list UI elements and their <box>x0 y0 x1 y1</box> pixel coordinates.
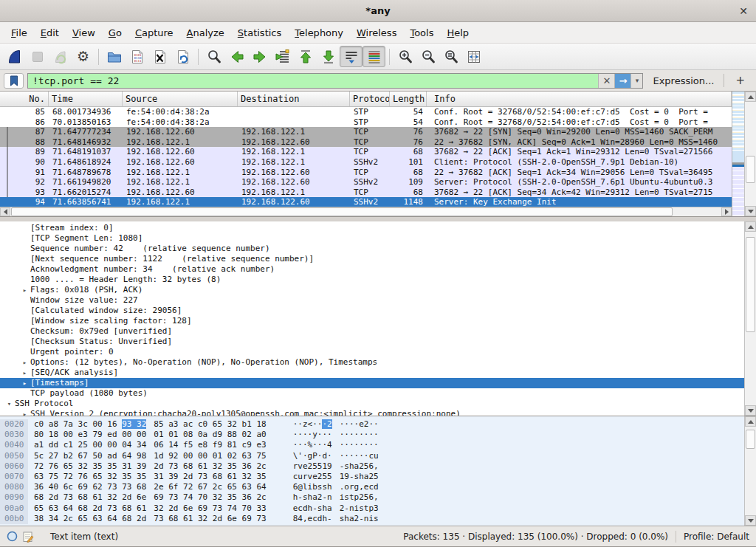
packet-row-92[interactable]: 9271.661949820192.168.122.1192.168.122.6… <box>0 177 732 188</box>
profile-button[interactable]: Profile: Default <box>684 531 749 542</box>
zoom-out-button[interactable] <box>416 46 439 67</box>
column-header-info[interactable]: Info <box>427 92 732 106</box>
menu-analyze[interactable]: Analyze <box>180 24 231 42</box>
packet-list-hscrollbar[interactable] <box>0 207 732 216</box>
go-first-button[interactable] <box>294 46 317 67</box>
hex-row-0020[interactable]: 0020c0 a8 7a 3c 00 16 93 3285 a3 ac c0 6… <box>0 419 744 430</box>
column-header-no[interactable]: No. <box>0 92 49 106</box>
stop-capture-button[interactable] <box>26 46 49 67</box>
menu-capture[interactable]: Capture <box>128 24 180 42</box>
collapse-arrow-icon[interactable]: ▾ <box>4 399 15 409</box>
detail-row-seq-ack[interactable]: ▸[SEQ/ACK analysis] <box>0 368 744 378</box>
expression-button[interactable]: Expression... <box>647 75 720 86</box>
go-forward-button[interactable] <box>248 46 271 67</box>
packet-row-93[interactable]: 9371.662015274192.168.122.60192.168.122.… <box>0 188 732 198</box>
packet-row-86[interactable]: 8670.013850163fe:54:00:d4:38:2aSTP54Conf… <box>0 117 732 128</box>
column-header-source[interactable]: Source <box>123 92 238 106</box>
packet-row-91[interactable]: 9171.648789678192.168.122.1192.168.122.6… <box>0 168 732 178</box>
hex-vscrollbar[interactable] <box>744 416 756 526</box>
expand-arrow-icon[interactable]: ▸ <box>19 409 30 416</box>
scroll-left-button[interactable] <box>0 207 10 216</box>
colorize-button[interactable] <box>362 46 385 67</box>
packet-list-minimap[interactable] <box>732 92 744 216</box>
detail-row[interactable]: [Stream index: 0] <box>0 223 744 233</box>
expand-arrow-icon[interactable]: ▸ <box>19 368 30 378</box>
detail-row[interactable]: Checksum: 0x79ed [unverified] <box>0 326 744 337</box>
scroll-up-button[interactable] <box>745 92 756 102</box>
detail-row-ssh-protocol[interactable]: ▾SSH Protocol <box>0 399 744 409</box>
detail-row[interactable]: TCP payload (1080 bytes) <box>0 388 744 399</box>
detail-row-flags[interactable]: ▸Flags: 0x018 (PSH, ACK) <box>0 285 744 295</box>
packet-row-88[interactable]: 8871.648146932192.168.122.1192.168.122.6… <box>0 137 732 148</box>
detail-row[interactable]: [Checksum Status: Unverified] <box>0 337 744 347</box>
expert-info-icon[interactable] <box>7 531 18 542</box>
detail-row-ssh-version[interactable]: ▸SSH Version 2 (encryption:chacha20-poly… <box>0 409 744 416</box>
detail-row[interactable]: Sequence number: 42 (relative sequence n… <box>0 244 744 254</box>
hex-row-0060[interactable]: 006072 76 65 32 35 35 31 392d 73 68 61 3… <box>0 461 744 472</box>
column-header-protocol[interactable]: Protocol <box>350 92 390 106</box>
expand-arrow-icon[interactable]: ▸ <box>19 285 30 295</box>
close-button[interactable]: ✕ <box>739 5 748 17</box>
save-file-button[interactable]: 010101100111 <box>126 46 148 67</box>
detail-row[interactable]: Acknowledgment number: 34 (relative ack … <box>0 264 744 275</box>
find-packet-button[interactable] <box>202 46 225 67</box>
vscroll-thumb[interactable] <box>746 156 755 183</box>
scroll-down-button[interactable] <box>745 405 756 416</box>
zoom-in-button[interactable] <box>394 46 416 67</box>
detail-row[interactable]: [TCP Segment Len: 1080] <box>0 233 744 244</box>
menu-telephony[interactable]: Telephony <box>288 24 350 42</box>
column-header-time[interactable]: Time <box>49 92 123 106</box>
scroll-down-button[interactable] <box>745 206 756 216</box>
detail-row[interactable]: 1000 .... = Header Length: 32 bytes (8) <box>0 275 744 285</box>
close-file-button[interactable] <box>148 46 171 67</box>
hex-row-0070[interactable]: 007063 75 72 76 65 32 35 3531 39 2d 73 6… <box>0 472 744 482</box>
capture-comment-icon[interactable] <box>23 531 34 543</box>
display-filter-input[interactable]: !tcp.port == 22 <box>28 74 598 88</box>
scroll-right-button[interactable] <box>721 207 732 216</box>
start-capture-button[interactable] <box>3 46 26 67</box>
reload-file-button[interactable] <box>171 46 194 67</box>
menu-statistics[interactable]: Statistics <box>231 24 288 42</box>
filter-clear-button[interactable]: ✕ <box>598 74 614 88</box>
menu-edit[interactable]: Edit <box>34 24 66 42</box>
restart-capture-button[interactable] <box>49 46 72 67</box>
detail-row[interactable]: Urgent pointer: 0 <box>0 347 744 357</box>
scroll-up-button[interactable] <box>745 416 756 427</box>
packet-row-90[interactable]: 9071.648618924192.168.122.60192.168.122.… <box>0 157 732 168</box>
details-vscrollbar[interactable] <box>744 221 756 416</box>
menu-wireless[interactable]: Wireless <box>350 24 403 42</box>
go-back-button[interactable] <box>225 46 248 67</box>
hex-row-0080[interactable]: 008036 40 6c 69 62 73 73 682e 6f 72 67 2… <box>0 482 744 492</box>
resize-columns-button[interactable] <box>462 46 485 67</box>
go-to-packet-button[interactable] <box>271 46 294 67</box>
scroll-up-button[interactable] <box>745 221 756 232</box>
column-header-length[interactable]: Length <box>390 92 427 106</box>
filter-dropdown-caret[interactable]: ▾ <box>630 74 642 88</box>
detail-row[interactable]: [Next sequence number: 1122 (relative se… <box>0 254 744 264</box>
packet-row-87[interactable]: 8771.647777234192.168.122.60192.168.122.… <box>0 127 732 137</box>
vscroll-thumb[interactable] <box>746 237 755 332</box>
hex-row-0040[interactable]: 0040a1 dd c1 25 00 00 04 3406 14 f5 e8 f… <box>0 440 744 450</box>
vscroll-thumb[interactable] <box>746 430 755 449</box>
go-last-button[interactable] <box>317 46 340 67</box>
hex-row-0050[interactable]: 00505c 27 b2 67 50 ad 64 981d 92 00 00 0… <box>0 451 744 461</box>
detail-row-options[interactable]: ▸Options: (12 bytes), No-Operation (NOP)… <box>0 357 744 368</box>
hex-row-00a0[interactable]: 00a065 63 64 68 2d 73 68 6132 2d 6e 69 7… <box>0 503 744 514</box>
packet-row-85[interactable]: 8568.001734936fe:54:00:d4:38:2aSTP54Conf… <box>0 107 732 117</box>
menu-tools[interactable]: Tools <box>403 24 440 42</box>
packet-list-vscrollbar[interactable] <box>744 92 756 216</box>
detail-row[interactable]: [Calculated window size: 29056] <box>0 306 744 316</box>
detail-row[interactable]: [Window size scaling factor: 128] <box>0 316 744 326</box>
hscroll-thumb[interactable] <box>11 207 673 216</box>
zoom-reset-button[interactable] <box>439 46 462 67</box>
menu-view[interactable]: View <box>66 24 102 42</box>
open-file-button[interactable] <box>103 46 126 67</box>
auto-scroll-button[interactable] <box>340 46 362 67</box>
packet-row-89[interactable]: 8971.648191037192.168.122.60192.168.122.… <box>0 147 732 157</box>
hex-row-0030[interactable]: 003080 18 00 e3 79 ed 00 0001 01 08 0a d… <box>0 430 744 440</box>
packet-row-94-selected[interactable]: 9471.663856741192.168.122.1192.168.122.6… <box>0 197 732 207</box>
filter-apply-button[interactable]: → <box>614 74 630 88</box>
capture-options-button[interactable]: ⚙ <box>72 46 94 67</box>
hex-row-0090[interactable]: 009068 2d 73 68 61 32 2d 6e69 73 74 70 3… <box>0 492 744 503</box>
filter-bookmark-button[interactable] <box>4 73 24 89</box>
